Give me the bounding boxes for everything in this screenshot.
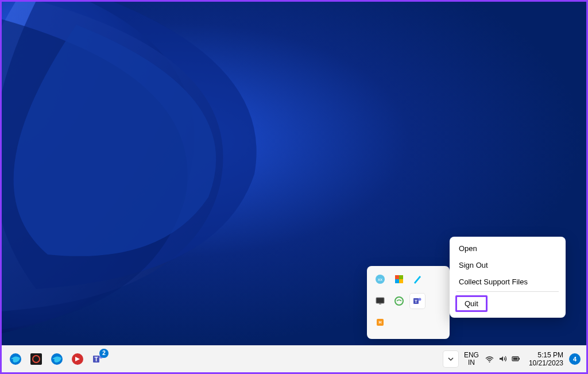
menu-item-quit-highlighted[interactable]: Quit (455, 295, 488, 312)
taskbar-edge-icon-2[interactable] (49, 351, 65, 367)
svg-point-9 (395, 297, 403, 305)
taskbar-edge-icon[interactable] (7, 351, 24, 367)
taskbar-app-icon-3[interactable] (69, 351, 86, 367)
teams-badge: 2 (99, 349, 109, 358)
taskbar-app-icon[interactable] (28, 351, 44, 367)
svg-rect-25 (513, 358, 517, 360)
tray-empty (429, 272, 444, 287)
svg-rect-6 (399, 279, 403, 283)
tray-display-icon[interactable] (373, 294, 388, 309)
svg-point-12 (419, 298, 421, 300)
language-indicator[interactable]: ENG IN (464, 352, 479, 367)
volume-icon[interactable] (498, 354, 508, 364)
wifi-icon[interactable] (485, 354, 494, 364)
svg-rect-3 (395, 275, 399, 279)
svg-rect-7 (376, 298, 384, 303)
menu-item-sign-out[interactable]: Sign Out (450, 257, 566, 273)
svg-text:xx: xx (378, 277, 382, 282)
svg-rect-13 (377, 319, 384, 326)
svg-text:T: T (94, 356, 98, 362)
menu-separator (457, 291, 559, 292)
menu-item-collect-support[interactable]: Collect Support Files (450, 273, 566, 290)
show-hidden-icons-button[interactable] (443, 351, 458, 367)
teams-context-menu: Open Sign Out Collect Support Files Quit (450, 237, 566, 318)
svg-text:T: T (415, 299, 417, 304)
system-tray-flyout: xx T (367, 266, 450, 339)
clock-date[interactable]: 5:15 PM 10/21/2023 (529, 351, 563, 367)
tray-teams-icon[interactable]: T (410, 294, 425, 309)
taskbar: T 2 ENG IN 5:15 PM 10/21/2023 4 (2, 345, 586, 372)
svg-rect-8 (379, 303, 381, 304)
battery-icon[interactable] (511, 354, 521, 364)
taskbar-teams-icon[interactable]: T 2 (90, 351, 106, 367)
svg-rect-24 (519, 358, 520, 360)
tray-app-icon[interactable]: xx (373, 272, 388, 287)
tray-pen-icon[interactable] (410, 272, 425, 287)
chevron-down-icon (447, 356, 454, 363)
svg-rect-4 (399, 275, 403, 279)
notification-badge[interactable]: 4 (569, 353, 581, 365)
svg-rect-5 (395, 279, 399, 283)
tray-security-icon[interactable] (392, 272, 407, 287)
tray-browser-icon[interactable] (392, 294, 407, 309)
tray-java-icon[interactable] (373, 315, 388, 330)
svg-point-22 (489, 361, 490, 363)
tray-empty (429, 294, 444, 309)
menu-item-open[interactable]: Open (450, 240, 566, 257)
